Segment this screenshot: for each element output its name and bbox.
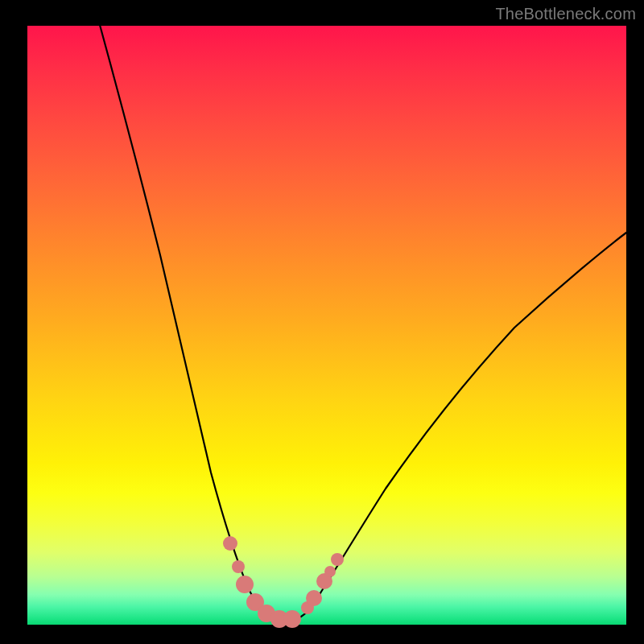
curve-marker bbox=[223, 536, 237, 551]
curve-layer bbox=[27, 26, 626, 625]
curve-marker bbox=[283, 610, 301, 628]
curve-marker bbox=[331, 553, 344, 566]
curve-marker bbox=[306, 590, 322, 606]
curve-marker bbox=[236, 576, 254, 593]
curve-marker bbox=[324, 566, 336, 577]
curve-marker bbox=[232, 560, 245, 573]
marker-group bbox=[223, 536, 344, 628]
plot-area bbox=[27, 26, 626, 625]
bottleneck-curve bbox=[97, 16, 626, 621]
watermark-text: TheBottleneck.com bbox=[495, 5, 636, 23]
chart-frame: TheBottleneck.com bbox=[0, 0, 644, 644]
